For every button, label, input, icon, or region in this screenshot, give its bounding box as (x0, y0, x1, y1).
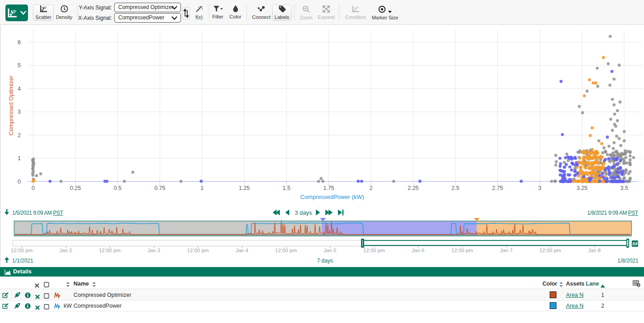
svg-text:2.5: 2.5 (451, 185, 459, 191)
svg-text:2.25: 2.25 (408, 185, 418, 191)
svg-text:6: 6 (18, 39, 21, 46)
svg-text:2: 2 (18, 132, 21, 138)
svg-text:3.5: 3.5 (621, 185, 628, 191)
svg-text:Compressed Optimizer: Compressed Optimizer (8, 75, 14, 136)
svg-text:0: 0 (32, 185, 35, 191)
svg-text:5: 5 (18, 62, 21, 69)
svg-text:0.75: 0.75 (154, 185, 165, 191)
svg-text:2.75: 2.75 (492, 185, 503, 191)
svg-text:0: 0 (18, 179, 21, 185)
svg-text:1: 1 (18, 155, 21, 162)
svg-text:0.25: 0.25 (70, 185, 81, 191)
svg-text:3: 3 (18, 109, 21, 115)
svg-text:3.25: 3.25 (576, 185, 587, 191)
svg-text:3: 3 (538, 185, 542, 191)
svg-text:2: 2 (369, 185, 372, 191)
svg-text:0.5: 0.5 (114, 185, 121, 191)
svg-text:1.25: 1.25 (239, 185, 250, 191)
svg-text:4: 4 (18, 86, 21, 92)
svg-text:1.75: 1.75 (323, 185, 334, 191)
svg-text:1.5: 1.5 (283, 185, 290, 191)
svg-text:CompressedPower (kW): CompressedPower (kW) (300, 194, 364, 200)
svg-text:1: 1 (200, 185, 204, 191)
